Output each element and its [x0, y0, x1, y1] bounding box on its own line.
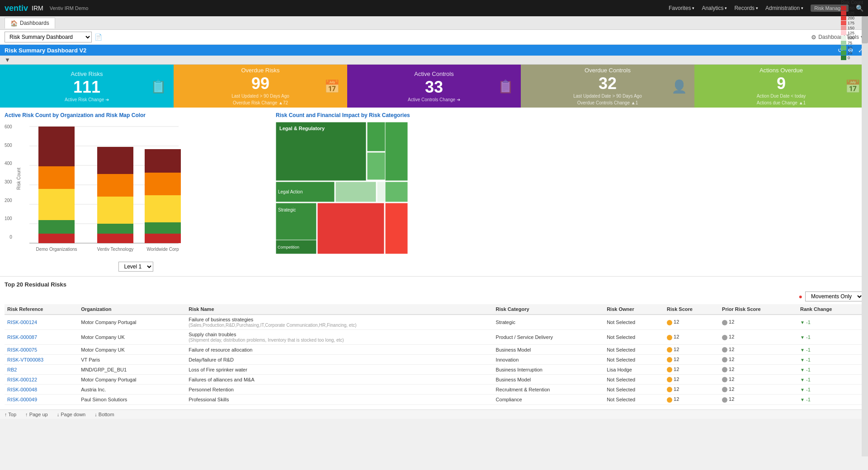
nav-administration[interactable]: Administration ▾ — [765, 5, 803, 11]
legend-item-250: 250 — [841, 6, 868, 10]
svg-rect-8 — [38, 234, 75, 243]
charts-area: Active Risk Count by Organization and Ri… — [0, 108, 868, 277]
cell-rank-1: ▼ -1 — [797, 330, 863, 345]
svg-rect-11 — [38, 166, 75, 189]
svg-rect-10 — [38, 189, 75, 220]
kpi-overdue-risks[interactable]: Overdue Risks 99 Last Updated > 90 Days … — [174, 65, 347, 108]
score-dot-7 — [667, 397, 672, 403]
logo-irm: IRM — [32, 5, 43, 12]
treemap-svg: Legal & Regulatory Legal Action Strategi… — [276, 122, 409, 255]
dashboard-title: Risk Summary Dashboard V2 — [5, 47, 86, 54]
bottom-bar: ↑ Top ↑ Page up ↓ Page down ↓ Bottom — [0, 409, 868, 419]
kpi-row: Active Risks 111 Active Risk Change ➜ 📋 … — [0, 65, 868, 108]
bar-chart-svg: Demo Organizations Ventiv Technology Wor… — [16, 122, 183, 258]
level-select[interactable]: Level 1 Level 2 Level 3 — [118, 262, 153, 272]
table-row: RISK-000075 Motor Company UK Failure of … — [5, 345, 863, 355]
kpi-active-risks[interactable]: Active Risks 111 Active Risk Change ➜ 📋 — [0, 65, 174, 108]
nav-analytics[interactable]: Analytics ▾ — [702, 5, 727, 11]
table-row: RISK-000049 Paul Simon Solutiors Profess… — [5, 395, 863, 404]
legend-label-0: 0 — [848, 56, 850, 60]
bottom-button[interactable]: ↓ Bottom — [94, 412, 114, 417]
legend-color-125 — [841, 31, 846, 35]
cell-category-3: Innovation — [493, 355, 604, 365]
table-header-row: Risk Reference Organization Risk Name Ri… — [5, 304, 863, 315]
dashboard-select-wrap: Risk Summary Dashboard 📄 — [5, 32, 102, 42]
kpi-actions-title: Actions Overdue — [760, 67, 803, 74]
svg-rect-22 — [145, 149, 181, 173]
rank-arrow-1: ▼ — [800, 335, 805, 340]
cell-score-7: 12 — [664, 395, 719, 404]
edit-dashboard-icon[interactable]: 📄 — [94, 33, 102, 41]
page-scrollbar[interactable] — [862, 16, 868, 419]
top-button[interactable]: ↑ Top — [5, 412, 16, 417]
cell-score-3: 12 — [664, 355, 719, 365]
legend-color-75 — [841, 41, 846, 45]
risk-link-1[interactable]: RISK-000087 — [7, 334, 37, 340]
prior-dot-5 — [722, 377, 727, 382]
scrollbar-thumb[interactable] — [862, 16, 868, 43]
page-up-button[interactable]: ↑ Page up — [25, 412, 48, 417]
cell-ref-6: RISK-000048 — [5, 385, 78, 395]
kpi-oc-sub2: Overdue Controls Change ▲1 — [577, 100, 638, 105]
kpi-active-sub: Active Risk Change ➜ — [65, 97, 109, 102]
legend-label-175: 175 — [848, 21, 854, 25]
risk-link-6[interactable]: RISK-000048 — [7, 387, 37, 392]
dashboards-tab[interactable]: 🏠 Dashboards — [5, 18, 55, 28]
logo: ventiv IRM Ventiv IRM Demo — [5, 4, 88, 13]
kpi-controls-title: Active Controls — [414, 70, 453, 77]
svg-rect-20 — [145, 195, 181, 222]
cell-name-7: Professional Skills — [186, 395, 493, 404]
col-prior-score: Prior Risk Score — [719, 304, 797, 315]
svg-rect-19 — [145, 222, 181, 234]
favorites-link[interactable]: Favorites — [669, 5, 691, 11]
prior-dot-0 — [722, 320, 727, 325]
kpi-active-controls[interactable]: Active Controls 33 Active Controls Chang… — [347, 65, 521, 108]
legend-color-50 — [841, 46, 846, 50]
risk-link-0[interactable]: RISK-000124 — [7, 320, 37, 325]
risk-link-4[interactable]: RB2 — [7, 367, 17, 372]
risk-link-5[interactable]: RISK-000122 — [7, 377, 37, 382]
rank-value-6: -1 — [806, 387, 811, 392]
cell-ref-1: RISK-000087 — [5, 330, 78, 345]
movements-dot: ● — [799, 293, 802, 300]
nav-favorites[interactable]: Favorites ▾ — [669, 5, 694, 11]
nav-records[interactable]: Records ▾ — [734, 5, 758, 11]
cell-category-0: Strategic — [493, 315, 604, 330]
svg-text:Worldwide Corp: Worldwide Corp — [146, 247, 179, 252]
kpi-actions-sub1: Action Due Date < today — [757, 94, 806, 99]
cell-ref-4: RB2 — [5, 365, 78, 375]
prior-dot-3 — [722, 357, 727, 362]
analytics-link[interactable]: Analytics — [702, 5, 723, 11]
score-dot-2 — [667, 347, 672, 352]
filter-icon[interactable]: ▼ — [5, 56, 10, 63]
administration-link[interactable]: Administration — [765, 5, 800, 11]
cell-prior-1: 12 — [719, 330, 797, 345]
cell-score-4: 12 — [664, 365, 719, 375]
y-axis-400: 400 — [5, 161, 12, 166]
cell-org-1: Motor Company UK — [78, 330, 186, 345]
rank-value-5: -1 — [806, 377, 811, 382]
kpi-overdue-controls[interactable]: Overdue Controls 32 Last Updated Date > … — [521, 65, 694, 108]
cell-owner-4: Lisa Hodge — [604, 365, 664, 375]
legend-color-0 — [841, 56, 846, 60]
risk-link-2[interactable]: RISK-000075 — [7, 347, 37, 352]
risk-link-3[interactable]: RISK-VT000083 — [7, 357, 43, 362]
svg-rect-16 — [97, 174, 133, 197]
logo-demo: Ventiv IRM Demo — [50, 5, 89, 11]
top20-section: Top 20 Residual Risks ● Movements Only A… — [0, 277, 868, 409]
svg-rect-13 — [97, 234, 133, 243]
cell-owner-5: Not Selected — [604, 375, 664, 385]
svg-rect-12 — [38, 127, 75, 166]
kpi-overdue-title: Overdue Risks — [241, 67, 279, 74]
records-link[interactable]: Records — [734, 5, 755, 11]
page-down-button[interactable]: ↓ Page down — [57, 412, 86, 417]
svg-rect-32 — [335, 182, 376, 202]
kpi-oc-value: 32 — [599, 75, 617, 92]
cell-rank-3: ▼ -1 — [797, 355, 863, 365]
legend-label-50: 50 — [848, 46, 852, 50]
dashboard-select[interactable]: Risk Summary Dashboard — [5, 32, 92, 42]
kpi-active-value: 111 — [73, 79, 100, 95]
movements-select[interactable]: Movements Only All Risks — [805, 291, 863, 301]
kpi-actions-overdue[interactable]: Actions Overdue 9 Action Due Date < toda… — [694, 65, 868, 108]
risk-link-7[interactable]: RISK-000049 — [7, 397, 37, 402]
